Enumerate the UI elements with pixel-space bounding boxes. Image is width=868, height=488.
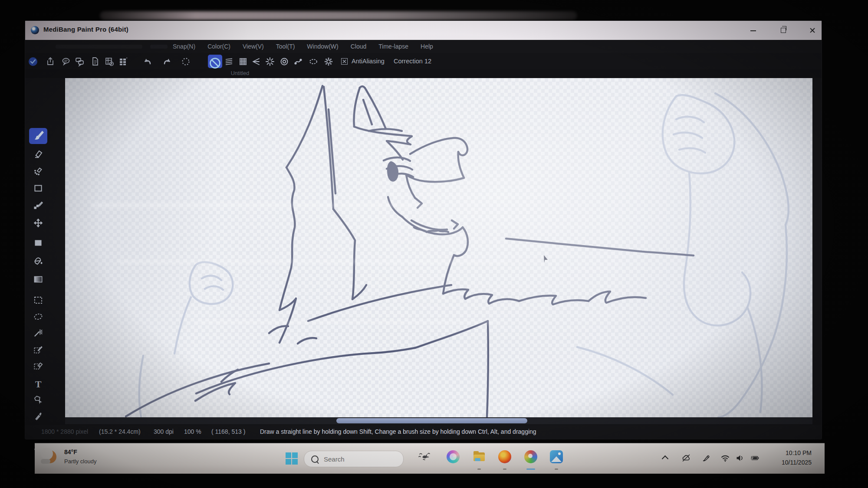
horizontal-scrollbar[interactable] bbox=[65, 417, 812, 424]
tray-expand-chevron-icon[interactable] bbox=[663, 455, 668, 460]
antialiasing-label[interactable]: AntiAliasing bbox=[352, 58, 385, 65]
menu-tool[interactable]: Tool(T) bbox=[276, 43, 295, 50]
rotate-reset-icon[interactable] bbox=[181, 56, 191, 67]
operation-tool[interactable] bbox=[33, 394, 44, 406]
photos-app-icon[interactable] bbox=[550, 450, 563, 463]
search-input[interactable] bbox=[323, 455, 390, 463]
text-tool[interactable]: T bbox=[33, 378, 44, 390]
volume-icon[interactable] bbox=[735, 453, 745, 463]
svg-text:T: T bbox=[35, 379, 42, 390]
status-bar: 1800 * 2880 pixel (15.2 * 24.4cm) 300 dp… bbox=[25, 425, 822, 439]
clock-date: 10/11/2025 bbox=[763, 458, 812, 468]
explorer-running-indicator bbox=[477, 468, 481, 470]
taskbar-search[interactable] bbox=[304, 451, 404, 467]
correction-value[interactable]: 12 bbox=[424, 58, 431, 65]
windows-taskbar: 84°F Partly cloudy bbox=[35, 443, 825, 474]
snap-radial-icon[interactable] bbox=[265, 56, 275, 67]
snap-vanishing-point-icon[interactable] bbox=[251, 56, 261, 67]
drawing-canvas[interactable] bbox=[65, 78, 812, 417]
brush-cursor bbox=[544, 255, 548, 263]
menu-items-obscured bbox=[56, 45, 142, 49]
move-tool[interactable] bbox=[33, 217, 44, 229]
document-tab[interactable]: Untitled bbox=[212, 70, 268, 76]
close-button[interactable] bbox=[805, 27, 819, 35]
status-size-cm: (15.2 * 24.4cm) bbox=[99, 428, 141, 435]
windows-ink-pen-icon[interactable] bbox=[701, 453, 711, 463]
snap-grid-icon[interactable] bbox=[238, 56, 248, 67]
menu-cloud[interactable]: Cloud bbox=[351, 43, 367, 50]
snap-parallel-icon[interactable] bbox=[224, 56, 234, 67]
wifi-icon[interactable] bbox=[720, 453, 730, 463]
status-dimensions: 1800 * 2880 pixel bbox=[41, 428, 88, 435]
menu-bar: Snap(N) Color(C) View(V) Tool(T) Window(… bbox=[25, 40, 822, 53]
cloud-icon bbox=[41, 459, 50, 464]
search-icon bbox=[311, 455, 319, 463]
status-hint: Draw a straight line by holding down Shi… bbox=[260, 428, 536, 435]
gradient-tool[interactable] bbox=[33, 274, 44, 285]
undo-icon[interactable] bbox=[142, 56, 153, 67]
window-title: MediBang Paint Pro (64bit) bbox=[43, 26, 128, 33]
menu-view[interactable]: View(V) bbox=[243, 43, 264, 50]
weather-temperature: 84°F bbox=[64, 449, 77, 455]
snap-off-icon[interactable] bbox=[208, 55, 222, 68]
clock-time: 10:10 PM bbox=[763, 449, 812, 458]
birds-app-icon[interactable] bbox=[418, 450, 431, 463]
snap-ellipse-icon[interactable] bbox=[308, 56, 319, 67]
file-explorer-app-icon[interactable] bbox=[473, 450, 486, 463]
tile-layout-icon[interactable] bbox=[118, 56, 128, 67]
restore-button[interactable] bbox=[776, 27, 791, 35]
start-button[interactable] bbox=[286, 452, 298, 465]
correction-label: Correction bbox=[394, 58, 423, 65]
onedrive-paused-icon[interactable] bbox=[681, 453, 691, 463]
weather-condition: Partly cloudy bbox=[64, 458, 96, 465]
snap-curve-icon[interactable] bbox=[293, 56, 304, 67]
menu-snap[interactable]: Snap(N) bbox=[173, 43, 195, 50]
main-toolbar: AntiAliasing Correction 12 bbox=[25, 53, 822, 69]
comments-icon[interactable] bbox=[75, 56, 85, 67]
minimize-button[interactable] bbox=[746, 27, 760, 35]
document-icon[interactable] bbox=[90, 56, 101, 67]
menu-help[interactable]: Help bbox=[421, 43, 433, 50]
menu-items-obscured bbox=[150, 45, 168, 49]
scrollbar-thumb[interactable] bbox=[336, 418, 527, 423]
menu-timelapse[interactable]: Time-lapse bbox=[378, 43, 408, 50]
menu-color[interactable]: Color(C) bbox=[207, 43, 230, 50]
select-eraser-tool[interactable] bbox=[33, 360, 44, 371]
copilot-app-icon[interactable] bbox=[447, 450, 460, 463]
divide-tool[interactable] bbox=[33, 410, 44, 422]
polyline-tool[interactable] bbox=[33, 200, 44, 211]
document-tab-bar: Untitled bbox=[25, 69, 822, 78]
bucket-fill-tool[interactable] bbox=[33, 255, 44, 267]
rect-select-tool[interactable] bbox=[33, 295, 44, 306]
medibang-app-icon[interactable] bbox=[524, 450, 537, 463]
status-zoom: 100 % bbox=[184, 428, 201, 435]
photos-running-indicator bbox=[555, 468, 558, 470]
antialiasing-checkbox[interactable] bbox=[341, 58, 348, 65]
lasso-select-tool[interactable] bbox=[33, 311, 44, 322]
export-icon[interactable] bbox=[45, 56, 56, 67]
tool-palette: T bbox=[25, 78, 65, 417]
clock-widget[interactable]: 10:10 PM 10/11/2025 bbox=[763, 449, 812, 467]
redo-icon[interactable] bbox=[162, 56, 172, 67]
fill-rect-tool[interactable] bbox=[33, 237, 44, 249]
snap-settings-gear-icon[interactable] bbox=[323, 56, 334, 67]
comment-icon[interactable] bbox=[61, 56, 71, 67]
select-pen-tool[interactable] bbox=[33, 344, 44, 355]
battery-charging-icon[interactable] bbox=[750, 453, 762, 463]
document-grid-icon[interactable] bbox=[104, 56, 115, 67]
status-cursor-position: ( 1168, 513 ) bbox=[211, 428, 245, 435]
firefox-app-icon[interactable] bbox=[498, 450, 511, 463]
save-check-icon[interactable] bbox=[28, 56, 38, 67]
medibang-active-indicator bbox=[526, 468, 535, 470]
medibang-window: MediBang Paint Pro (64bit) Snap(N) Color… bbox=[25, 21, 822, 439]
magic-wand-tool[interactable] bbox=[33, 327, 44, 338]
screen-glare bbox=[100, 11, 577, 20]
shape-brush-tool[interactable] bbox=[33, 183, 44, 194]
snap-concentric-icon[interactable] bbox=[279, 56, 289, 67]
soft-eraser-tool[interactable] bbox=[33, 165, 44, 177]
menu-window[interactable]: Window(W) bbox=[307, 43, 338, 50]
eraser-tool[interactable] bbox=[33, 148, 44, 160]
weather-widget[interactable]: 84°F Partly cloudy bbox=[40, 448, 135, 469]
title-bar[interactable]: MediBang Paint Pro (64bit) bbox=[25, 21, 822, 40]
brush-tool[interactable] bbox=[29, 128, 47, 144]
